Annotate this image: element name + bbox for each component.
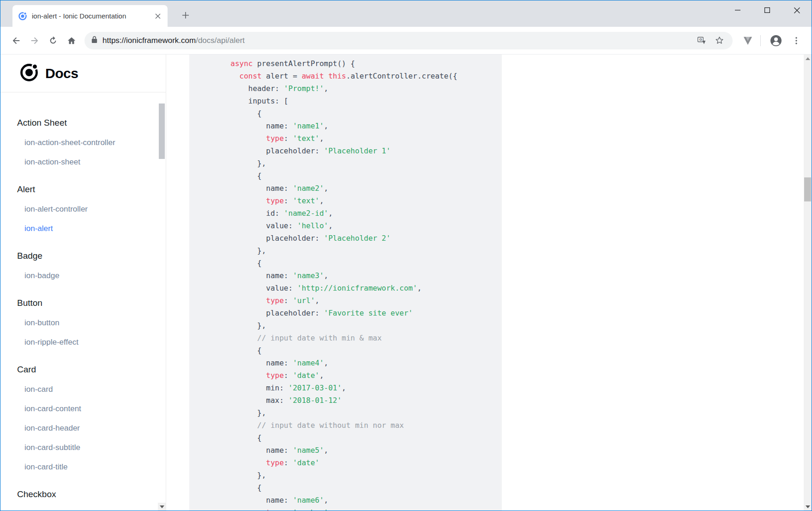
docs-logo-text[interactable]: Docs: [45, 66, 78, 81]
sidebar-section-title: Badge: [17, 250, 166, 262]
close-window-button[interactable]: [782, 0, 812, 20]
url-path: /docs/api/alert: [196, 36, 245, 45]
url-text: https://ionicframework.com/docs/api/aler…: [102, 36, 691, 45]
lock-icon[interactable]: [91, 36, 98, 45]
sidebar-item-ion-card-header[interactable]: ion-card-header: [24, 423, 166, 433]
chevron-down-icon: [160, 505, 164, 508]
docs-logo-icon[interactable]: [19, 62, 39, 85]
sidebar-section-title: Action Sheet: [17, 117, 166, 128]
reload-icon[interactable]: [44, 31, 62, 50]
tab-strip: ion-alert - Ionic Documentation: [0, 0, 812, 27]
sidebar-section-badge: Badge ion-badge: [0, 250, 166, 281]
sidebar-item-ion-checkbox[interactable]: ion-checkbox: [24, 509, 166, 511]
page-scroll-up-button[interactable]: [804, 55, 812, 62]
maximize-button[interactable]: [752, 0, 782, 20]
toolbar-right-cluster: [736, 32, 805, 49]
back-icon[interactable]: [7, 31, 25, 50]
forward-icon[interactable]: [25, 31, 44, 50]
extension-v-icon[interactable]: [739, 32, 757, 49]
chevron-up-icon: [806, 57, 810, 60]
minimize-button[interactable]: [723, 0, 752, 20]
sidebar-item-ion-card-content[interactable]: ion-card-content: [24, 404, 166, 414]
sidebar-scroll-down-button[interactable]: [158, 503, 166, 511]
toolbar-divider: [760, 35, 761, 46]
sidebar-section-card: Card ion-cardion-card-contention-card-he…: [0, 364, 166, 472]
url-host: https://ionicframework.com: [102, 36, 196, 45]
address-bar[interactable]: https://ionicframework.com/docs/api/aler…: [84, 32, 733, 49]
sidebar-section-title: Card: [17, 364, 166, 375]
chevron-down-icon: [806, 505, 810, 508]
sidebar-item-ion-card-title[interactable]: ion-card-title: [24, 462, 166, 472]
sidebar-section-action-sheet: Action Sheet ion-action-sheet-controller…: [0, 117, 166, 167]
sidebar-section-checkbox: Checkbox ion-checkbox: [0, 489, 166, 511]
sidebar-item-ion-action-sheet-controller[interactable]: ion-action-sheet-controller: [24, 138, 166, 148]
browser-tab[interactable]: ion-alert - Ionic Documentation: [12, 5, 168, 27]
sidebar-item-ion-action-sheet[interactable]: ion-action-sheet: [24, 157, 166, 167]
window-controls: [723, 0, 812, 20]
ionic-favicon-icon: [18, 12, 27, 21]
page-scrollbar-thumb[interactable]: [804, 177, 811, 201]
docs-sidebar: Docs Action Sheet ion-action-sheet-contr…: [0, 55, 166, 511]
sidebar-section-title: Alert: [17, 184, 166, 195]
svg-text:G: G: [699, 37, 702, 42]
sidebar-scrollbar[interactable]: [158, 92, 166, 511]
page-scrollbar[interactable]: [804, 55, 812, 511]
sidebar-item-ion-card[interactable]: ion-card: [24, 384, 166, 395]
page-scroll-down-button[interactable]: [804, 503, 812, 511]
sidebar-header: Docs: [0, 55, 166, 92]
sidebar-section-title: Button: [17, 298, 166, 309]
sidebar-item-ion-card-subtitle[interactable]: ion-card-subtitle: [24, 443, 166, 453]
sidebar-scrollbar-thumb[interactable]: [159, 103, 165, 159]
sidebar-section-button: Button ion-buttonion-ripple-effect: [0, 298, 166, 347]
sidebar-item-ion-ripple-effect[interactable]: ion-ripple-effect: [24, 337, 166, 347]
page-content: Docs Action Sheet ion-action-sheet-contr…: [0, 55, 812, 511]
sidebar-item-ion-alert[interactable]: ion-alert: [24, 224, 166, 234]
sidebar-nav: Action Sheet ion-action-sheet-controller…: [0, 92, 166, 511]
new-tab-button[interactable]: [178, 8, 193, 23]
sidebar-item-ion-badge[interactable]: ion-badge: [24, 271, 166, 281]
profile-avatar-icon[interactable]: [767, 32, 785, 49]
bookmark-star-icon[interactable]: [712, 34, 726, 48]
sidebar-item-ion-alert-controller[interactable]: ion-alert-controller: [24, 204, 166, 214]
main-article: async presentAlertPrompt() { const alert…: [166, 55, 812, 511]
menu-kebab-icon[interactable]: [788, 32, 805, 49]
code-block-pre: async presentAlertPrompt() { const alert…: [189, 55, 502, 511]
home-icon[interactable]: [62, 31, 81, 50]
tab-close-icon[interactable]: [154, 12, 162, 20]
sidebar-section-title: Checkbox: [17, 489, 166, 500]
code-block: async presentAlertPrompt() { const alert…: [189, 55, 502, 511]
tab-title: ion-alert - Ionic Documentation: [32, 12, 149, 20]
sidebar-section-alert: Alert ion-alert-controllerion-alert: [0, 184, 166, 234]
browser-window: ion-alert - Ionic Documentation: [0, 0, 812, 511]
sidebar-item-ion-button[interactable]: ion-button: [24, 318, 166, 328]
browser-toolbar: https://ionicframework.com/docs/api/aler…: [0, 27, 812, 55]
translate-icon[interactable]: G: [695, 34, 709, 48]
